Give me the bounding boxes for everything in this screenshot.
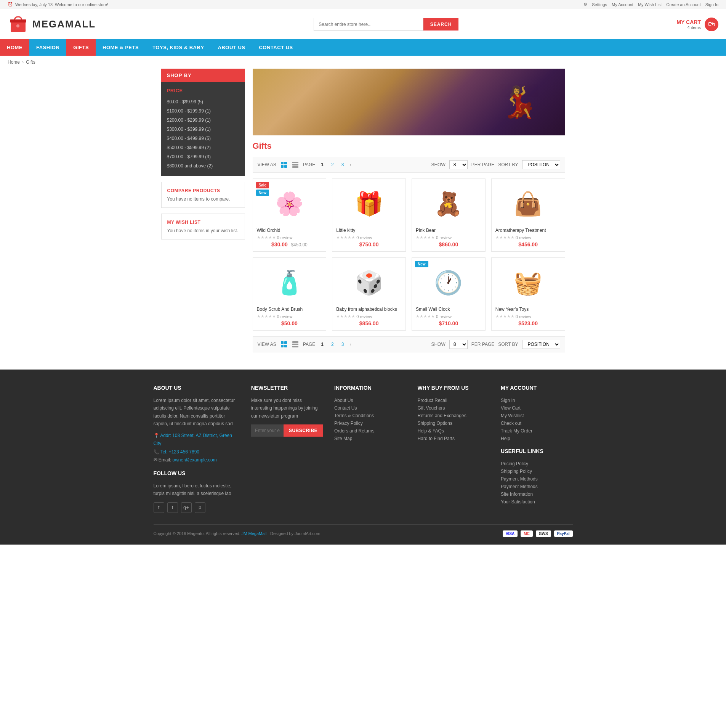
product-card-pink-bear: 🧸 Pink Bear ★★★★★ 0 review $860.00 <box>412 178 486 252</box>
footer-link-payment-methods-1[interactable]: Payment Methods <box>501 475 572 483</box>
nav-item-toys[interactable]: TOYS, KIDS & BABY <box>146 39 211 56</box>
page-num-2[interactable]: 2 <box>329 161 336 168</box>
sign-in-link[interactable]: Sign In <box>705 2 718 7</box>
page-num-3[interactable]: 3 <box>340 161 346 168</box>
nav-item-gifts[interactable]: GIFTS <box>66 39 96 56</box>
footer-link-orders[interactable]: Orders and Returns <box>334 427 406 435</box>
nav-item-home[interactable]: HOME <box>0 39 29 56</box>
footer-link-help[interactable]: Help <box>501 435 572 442</box>
footer-email-value[interactable]: owner@example.com <box>173 457 217 463</box>
brand-link[interactable]: JM MegaMall <box>242 531 266 536</box>
show-select[interactable]: 8 16 24 <box>449 160 468 169</box>
product-image[interactable]: 👜 <box>495 183 561 225</box>
page-num-1[interactable]: 1 <box>319 161 325 168</box>
footer-link-contact-us[interactable]: Contact Us <box>334 404 406 412</box>
product-image[interactable]: 🎲 <box>336 262 402 304</box>
nav-item-home-pets[interactable]: HOME & PETS <box>96 39 146 56</box>
grid-view-icon[interactable] <box>280 161 288 169</box>
footer-link-returns[interactable]: Returns and Exchanges <box>418 412 489 419</box>
facebook-icon[interactable]: f <box>154 502 164 513</box>
footer-link-wishlist[interactable]: My Wishlist <box>501 412 572 419</box>
footer-link-product-recall[interactable]: Product Recall <box>418 397 489 404</box>
my-account-link[interactable]: My Account <box>612 2 633 7</box>
list-view-icon-bottom[interactable] <box>292 341 299 348</box>
product-image[interactable]: 🧴 <box>257 262 322 304</box>
price-filter-700-799[interactable]: $700.00 - $799.99 (3) <box>167 152 239 161</box>
sort-label-bottom: SORT BY <box>498 342 518 347</box>
footer-link-gift-vouchers[interactable]: Gift Vouchers <box>418 404 489 412</box>
product-image[interactable]: 🧸 <box>416 183 481 225</box>
compare-products-section: COMPARE PRODUCTS You have no items to co… <box>161 182 245 208</box>
footer-link-shipping-policy[interactable]: Shipping Policy <box>501 468 572 475</box>
googleplus-icon[interactable]: g+ <box>181 502 192 513</box>
page-num-3-bottom[interactable]: 3 <box>340 341 346 348</box>
product-image[interactable]: 🧺 <box>495 262 561 304</box>
footer-link-shipping[interactable]: Shipping Options <box>418 419 489 427</box>
page-label-bottom: PAGE <box>303 342 315 347</box>
top-bar-right: ⚙ Settings My Account My Wish List Creat… <box>583 2 718 7</box>
search-button[interactable]: SEARCH <box>423 18 459 31</box>
footer-link-about-us[interactable]: About Us <box>334 397 406 404</box>
footer-link-checkout[interactable]: Check out <box>501 419 572 427</box>
subscribe-button[interactable]: SUBSCRIBE <box>284 424 323 437</box>
cart-icon[interactable]: 🛍 <box>705 18 718 31</box>
page-num-2-bottom[interactable]: 2 <box>329 341 336 348</box>
nav-item-fashion[interactable]: FASHION <box>29 39 66 56</box>
why-title: WHY BUY FROM US <box>418 385 489 391</box>
product-old-price: $450.00 <box>291 242 307 247</box>
footer-link-hard-to-find[interactable]: Hard to Find Parts <box>418 435 489 442</box>
newsletter-title: NEWSLETTER <box>251 385 323 391</box>
footer-email: ✉ Email: owner@example.com <box>154 456 240 464</box>
footer-link-track-order[interactable]: Track My Order <box>501 427 572 435</box>
toolbar-left: VIEW AS PAGE 1 2 3 › <box>258 161 351 169</box>
footer-link-privacy[interactable]: Privacy Policy <box>334 419 406 427</box>
page-next-bottom[interactable]: › <box>349 342 351 347</box>
create-account-link[interactable]: Create an Account <box>666 2 701 7</box>
footer-link-site-info[interactable]: Site Information <box>501 490 572 498</box>
visa-icon: VISA <box>503 530 518 537</box>
footer-link-view-cart[interactable]: View Cart <box>501 404 572 412</box>
twitter-icon[interactable]: t <box>167 502 178 513</box>
footer-link-sitemap[interactable]: Site Map <box>334 435 406 442</box>
product-image[interactable]: 🌸 <box>257 183 322 225</box>
price-filter-500-599[interactable]: $500.00 - $599.99 (2) <box>167 143 239 152</box>
sort-select[interactable]: POSITION Name Price <box>522 160 560 169</box>
top-bar: ⏰ Wednesday, July 13 Welcome to our onli… <box>0 0 726 9</box>
footer-link-payment-methods-2[interactable]: Payment Methods <box>501 483 572 490</box>
price-filter-800-above[interactable]: $800.00 and above (2) <box>167 161 239 170</box>
list-view-icon[interactable] <box>292 161 299 169</box>
show-select-bottom[interactable]: 81624 <box>449 340 468 349</box>
payment-icons: VISA MC GWS PayPal <box>503 530 573 537</box>
page-num-1-bottom[interactable]: 1 <box>319 341 325 348</box>
price-filter-0-99[interactable]: $0.00 - $99.99 (5) <box>167 97 239 106</box>
footer-link-signin[interactable]: Sign In <box>501 397 572 404</box>
price-filter-100-199[interactable]: $100.00 - $199.99 (1) <box>167 106 239 116</box>
useful-title: USERFUL LINKS <box>501 448 572 454</box>
paypal-icon: PayPal <box>554 530 573 537</box>
price-filter-200-299[interactable]: $200.00 - $299.99 (1) <box>167 116 239 125</box>
product-image[interactable]: 🎁 <box>336 183 402 225</box>
price-filter-400-499[interactable]: $400.00 - $499.99 (5) <box>167 134 239 143</box>
follow-title: FOLLOW US <box>154 470 240 476</box>
footer: ABOUT US Lorem ipsum dolor sit amet, con… <box>0 370 726 545</box>
pinterest-icon[interactable]: p <box>195 502 205 513</box>
footer-link-help-faqs[interactable]: Help & FAQs <box>418 427 489 435</box>
settings-link[interactable]: Settings <box>592 2 607 7</box>
footer-link-pricing[interactable]: Pricing Policy <box>501 460 572 468</box>
breadcrumb-home[interactable]: Home <box>8 59 20 65</box>
search-input[interactable] <box>314 18 423 31</box>
date-text: Wednesday, July 13 <box>15 2 53 7</box>
price-filter-300-399[interactable]: $300.00 - $399.99 (1) <box>167 125 239 134</box>
footer-link-terms[interactable]: Terms & Conditions <box>334 412 406 419</box>
svg-rect-1 <box>10 19 26 22</box>
newsletter-input[interactable] <box>251 424 284 437</box>
footer-link-satisfaction[interactable]: Your Satisfaction <box>501 498 572 506</box>
nav-item-contact[interactable]: CONTACT US <box>252 39 300 56</box>
badge-sale: Sale <box>256 182 269 188</box>
product-image[interactable]: 🕐 <box>416 262 481 304</box>
wish-list-link[interactable]: My Wish List <box>638 2 662 7</box>
nav-item-about[interactable]: ABOUT US <box>211 39 252 56</box>
grid-view-icon-bottom[interactable] <box>280 341 288 348</box>
page-next[interactable]: › <box>349 162 351 167</box>
sort-select-bottom[interactable]: POSITIONNamePrice <box>522 340 560 349</box>
